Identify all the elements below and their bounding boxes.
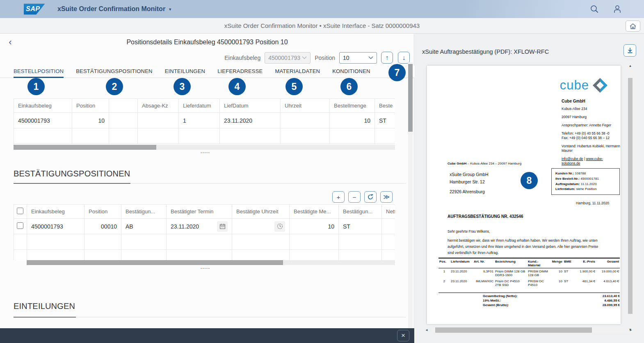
bestellposition-table: Einkaufsbeleg Position Absage-Kz Lieferd… [14,98,395,144]
app-title-menu[interactable]: xSuite Order Confirmation Monitor ▼ [57,5,172,13]
section-rule [14,183,406,184]
tab-materialdaten[interactable]: MATERIALDATEN [275,66,320,78]
col-bestaetigungsart[interactable]: Bestätigun... [121,205,167,219]
termin-value: 23.11.2020 [171,223,199,230]
pdf-vscrollbar[interactable]: ▲ ▼ [627,62,634,334]
col-einkaufsbeleg[interactable]: Einkaufsbeleg [27,205,84,219]
clock-icon[interactable] [274,221,285,232]
table-row-empty [14,250,395,261]
cell-empty [109,113,138,128]
lieferdatum-label: Lieferdatum: [555,187,575,191]
scrollbar-thumb[interactable] [435,327,592,333]
pdf-items-table: Pos. Lieferdatum Art. Nr. Bezeichnung Ku… [438,258,620,288]
col-art-nr: Art. Nr. [473,258,494,268]
cell-lieferdatum: 1 [179,113,220,128]
sender-line: Cube GmbH – Kubus-Allee 234 – 20097 Hamb… [448,162,521,165]
scroll-up-arrow[interactable]: ▲ [627,62,634,69]
home-button[interactable] [626,21,640,32]
col-position[interactable]: Position [84,205,121,219]
section-rule [14,317,406,318]
scrollbar-thumb[interactable] [27,260,283,265]
col-liefdatum[interactable]: LiefDatum [220,99,281,113]
scroll-right-arrow[interactable]: ► [628,327,634,333]
close-button[interactable]: × [397,330,409,341]
brutto-label: Gesamt (Brutto): [483,303,532,307]
pdf-table-header: Pos. Lieferdatum Art. Nr. Bezeichnung Ku… [438,258,620,268]
col-bestaetigter-termin[interactable]: Bestätigter Termin [167,205,232,219]
col-bestaetigte-uhrzeit[interactable]: Bestätigte Uhrzeit [232,205,290,219]
expand-all-button[interactable]: ≫ [380,191,393,203]
scrollbar-thumb[interactable] [408,64,413,132]
col-absage-kz[interactable]: Absage-Kz [138,99,179,113]
place-date: Hamburg, 11.11.2020 [576,201,609,205]
chevron-down-icon: ▼ [168,7,172,11]
col-uhrzeit[interactable]: Uhrzeit [281,99,330,113]
document-selector-row: Einkaufsbeleg 4500001793 Position 10 ↑ ↓ [224,52,410,64]
col-einkaufsbeleg[interactable]: Einkaufsbeleg [14,99,72,113]
tab-bestellposition[interactable]: BESTELLPOSITION [14,66,64,78]
detail-vscrollbar[interactable] [408,62,413,328]
pdf-totals: Gesamtbetrag (Netto):23.613,40 € 19% MwS… [438,293,620,308]
add-row-button[interactable]: + [332,191,345,203]
scrollbar-thumb[interactable] [628,78,633,314]
refresh-button[interactable] [364,191,377,203]
scroll-left-arrow[interactable]: ◄ [424,327,429,333]
mwst-label: 19% MwSt.: [483,299,532,302]
page-title: Positionsdetails Einkaufsbeleg 450000179… [0,39,414,46]
col-empty[interactable] [109,99,138,113]
subheader: xSuite Order Confirmation Monitor • xSui… [0,18,644,34]
sap-logo[interactable]: SAP [24,4,45,15]
position-select[interactable]: 10 [339,52,377,64]
link-separator: | [583,157,586,161]
footer-bar: × [0,328,414,343]
cell-position: 10 [72,113,109,128]
previous-position-button[interactable]: ↑ [381,52,393,64]
brutto-value: 28.099,95 € [603,303,620,307]
col-beste[interactable]: Beste [375,99,395,113]
tab-lieferadresse[interactable]: LIEFERADRESSE [217,66,263,78]
col-bme: BME [563,258,574,268]
cell-einkaufsbeleg: 4500001793 [27,219,84,234]
col-netto[interactable]: Nett [382,205,395,219]
email-link[interactable]: info@cube.de [562,157,583,161]
annotation-badge-4: 4 [228,78,246,95]
app-title-label: xSuite Order Confirmation Monitor [57,5,165,13]
table-row[interactable]: 4500001793 10 1 23.11.2020 10 ST [14,113,395,128]
einkaufsbeleg-link[interactable]: 4500001793 [14,113,72,128]
remove-row-button[interactable]: − [348,191,361,203]
tab-konditionen[interactable]: KONDITIONEN [332,66,370,78]
annotation-badge-2: 2 [106,78,123,95]
table2-hscrollbar[interactable] [27,260,395,265]
download-button[interactable] [623,44,636,57]
table-row-empty [14,128,395,144]
section-title-einteilungen: EINTEILUNGEN [14,302,75,311]
tab-bestaetigungspositionen[interactable]: BESTÄTIGUNGSPOSITIONEN [76,66,152,78]
table1-hscrollbar[interactable] [14,145,395,150]
tab-einteilungen[interactable]: EINTEILUNGEN [165,66,205,78]
company-phone: Telefon: +49 (0) 40 55 66 38 -0 [562,131,621,136]
row-checkbox[interactable] [17,222,23,229]
table-row[interactable]: 4500001793 00010 AB 23.11.2020 [14,219,395,234]
pdf-hscrollbar[interactable]: ◄ ► [424,327,634,333]
subheader-title: xSuite Order Confirmation Monitor • xSui… [224,22,420,29]
col-bestellmenge[interactable]: Bestellmenge [330,99,375,113]
col-lieferdatum[interactable]: Lieferdatum [179,99,220,113]
calendar-icon[interactable] [217,221,228,232]
select-all-checkbox[interactable] [17,208,23,214]
col-bestaetigungs[interactable]: Bestätigun... [339,205,382,219]
scrollbar-thumb[interactable] [14,145,156,150]
table2-resize-grip[interactable]: ····· [201,266,210,271]
next-position-button[interactable]: ↓ [398,52,410,64]
cell-einheit: ST [339,219,382,234]
table1-resize-grip[interactable]: ····· [201,150,210,155]
order-info-box: Kunden Nr.: 108788 Ihre Bestell-Nr.: 450… [551,168,620,195]
search-icon[interactable] [589,4,600,14]
company-street: Kubus-Allee 234 [562,107,621,111]
user-icon[interactable] [612,4,623,14]
col-pos: Pos. [438,258,450,268]
col-e-preis: E.-Preis [574,258,596,268]
lieferdatum-value: siehe Position [575,187,596,191]
company-name: Cube GmbH [562,98,621,104]
col-position[interactable]: Position [72,99,109,113]
col-bestaetigte-menge[interactable]: Bestätigte Me... [290,205,339,219]
